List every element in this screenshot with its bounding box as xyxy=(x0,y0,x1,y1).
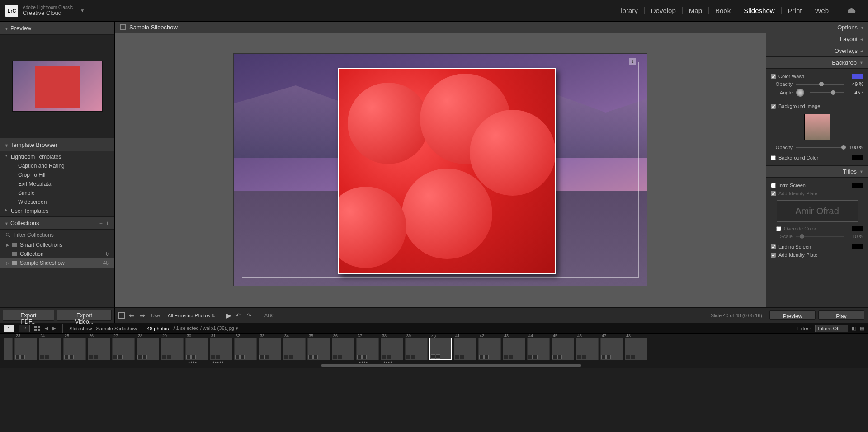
rotate-cw-icon[interactable]: ↷ xyxy=(245,311,253,319)
cloud-sync-icon[interactable] xyxy=(841,8,863,14)
bg-image-thumbnail[interactable] xyxy=(804,114,830,140)
bg-opacity-value[interactable]: 100 % xyxy=(847,145,863,150)
nav-forward-icon[interactable]: ▶ xyxy=(52,325,56,331)
angle-value[interactable]: 45 ° xyxy=(847,90,863,95)
abc-text-tool[interactable]: ABC xyxy=(264,313,275,318)
add-identity-checkbox-2[interactable] xyxy=(771,253,776,258)
filmstrip-thumb[interactable]: 23 xyxy=(14,338,37,360)
filmstrip-thumb[interactable]: 24 xyxy=(39,338,61,360)
filmstrip-thumb[interactable]: 48 xyxy=(625,338,647,360)
module-book[interactable]: Book xyxy=(709,7,737,14)
intro-screen-row[interactable]: Intro Screen xyxy=(771,181,863,189)
filmstrip-toggle-icon[interactable]: ▤ xyxy=(860,325,864,331)
filmstrip[interactable]: 2324252627282930★★★★31★★★★★323334353637★… xyxy=(0,333,868,363)
intro-color-swatch[interactable] xyxy=(852,183,863,188)
filmstrip-thumb[interactable]: 39 xyxy=(405,338,428,360)
grid-view-icon[interactable] xyxy=(34,326,40,331)
module-map[interactable]: Map xyxy=(683,7,709,14)
filmstrip-scrollbar[interactable] xyxy=(0,363,868,368)
bg-color-checkbox[interactable] xyxy=(771,155,776,160)
prev-slide-icon[interactable]: ⬅ xyxy=(127,311,136,319)
identity-plate[interactable]: Amir Ofrad xyxy=(777,200,858,222)
angle-slider[interactable] xyxy=(810,92,844,93)
panel-options[interactable]: Options◀ xyxy=(766,22,868,33)
filmstrip-thumb[interactable]: 47 xyxy=(600,338,623,360)
bg-opacity-slider[interactable] xyxy=(796,147,844,148)
export-pdf-button[interactable]: Export PDF... xyxy=(3,310,54,321)
filmstrip-thumb[interactable]: 36 xyxy=(332,338,354,360)
color-wash-checkbox[interactable] xyxy=(771,74,776,79)
preview-panel-header[interactable]: ▼Preview xyxy=(0,22,114,35)
collections-add-remove-icon[interactable]: − + xyxy=(99,220,110,226)
template-simple[interactable]: Simple xyxy=(0,188,114,197)
template-caption-rating[interactable]: Caption and Rating xyxy=(0,161,114,170)
play-icon[interactable]: ▶ xyxy=(226,312,231,319)
stop-icon[interactable] xyxy=(118,312,125,319)
template-browser-header[interactable]: ▼Template Browser + xyxy=(0,138,114,151)
next-slide-icon[interactable]: ➡ xyxy=(138,311,146,319)
selected-info[interactable]: / 1 selected / walp1 (36).jpg ▾ xyxy=(173,325,238,331)
filmstrip-thumb[interactable]: 31★★★★★ xyxy=(210,338,232,360)
panel-layout[interactable]: Layout◀ xyxy=(766,33,868,45)
filmstrip-thumb[interactable]: 32 xyxy=(234,338,257,360)
template-exif-metadata[interactable]: Exif Metadata xyxy=(0,179,114,188)
breadcrumb[interactable]: Slideshow : Sample Slideshow xyxy=(69,326,137,331)
bg-image-row[interactable]: Background Image xyxy=(771,102,863,110)
filmstrip-thumb[interactable]: 25 xyxy=(63,338,86,360)
nav-back-icon[interactable]: ◀ xyxy=(44,325,48,331)
brand-caret-icon[interactable]: ▼ xyxy=(80,8,85,13)
slide-main-image[interactable] xyxy=(338,68,556,274)
panel-overlays[interactable]: Overlays◀ xyxy=(766,45,868,57)
opacity-slider[interactable] xyxy=(796,84,844,85)
filmstrip-thumb[interactable]: 46 xyxy=(576,338,599,360)
module-print[interactable]: Print xyxy=(782,7,809,14)
preview-button[interactable]: Preview xyxy=(769,310,816,320)
panel-titles[interactable]: Titles▼ xyxy=(766,166,868,178)
template-group-lightroom[interactable]: ▼Lightroom Templates xyxy=(0,152,114,161)
bg-color-swatch[interactable] xyxy=(852,155,863,160)
filmstrip-thumb[interactable]: 30★★★★ xyxy=(185,338,208,360)
add-identity-row[interactable]: Add Identity Plate xyxy=(771,189,863,197)
preview-thumbnail[interactable] xyxy=(12,61,103,112)
color-wash-swatch[interactable] xyxy=(852,74,863,79)
template-crop-to-fill[interactable]: Crop To Fill xyxy=(0,170,114,179)
collection-smart[interactable]: ▶ Smart Collections xyxy=(0,240,114,249)
template-widescreen[interactable]: Widescreen xyxy=(0,197,114,207)
add-identity-row-2[interactable]: Add Identity Plate xyxy=(771,251,863,259)
add-identity-checkbox[interactable] xyxy=(771,191,776,196)
intro-screen-checkbox[interactable] xyxy=(771,183,776,188)
collection-generic[interactable]: Collection 0 xyxy=(0,249,114,258)
add-template-icon[interactable]: + xyxy=(106,141,110,148)
filmstrip-thumb[interactable]: 42 xyxy=(478,338,501,360)
template-group-user[interactable]: ▶User Templates xyxy=(0,207,114,216)
export-video-button[interactable]: Export Video... xyxy=(57,310,112,321)
filmstrip-thumb[interactable]: 40 xyxy=(429,338,452,360)
ending-color-swatch[interactable] xyxy=(852,244,863,249)
filmstrip-thumb[interactable]: 35 xyxy=(307,338,330,360)
module-develop[interactable]: Develop xyxy=(645,7,683,14)
filter-collections-input[interactable]: Filter Collections xyxy=(0,230,114,240)
scale-slider[interactable] xyxy=(796,236,844,237)
filmstrip-thumb[interactable]: 37★★★★ xyxy=(356,338,379,360)
ending-screen-checkbox[interactable] xyxy=(771,244,776,249)
filmstrip-thumb[interactable]: 44 xyxy=(527,338,550,360)
filmstrip-thumb[interactable]: 27 xyxy=(112,338,135,360)
angle-knob[interactable] xyxy=(796,89,804,97)
monitor-2-button[interactable]: 2 xyxy=(19,325,30,332)
bg-color-row[interactable]: Background Color xyxy=(771,154,863,162)
filmstrip-thumb[interactable]: 43 xyxy=(503,338,525,360)
rotate-ccw-icon[interactable]: ↶ xyxy=(234,311,242,319)
monitor-1-button[interactable]: 1 xyxy=(4,325,14,332)
scrollbar-thumb[interactable] xyxy=(321,364,581,367)
ending-screen-row[interactable]: Ending Screen xyxy=(771,243,863,251)
use-dropdown[interactable]: All Filmstrip Photos ⇅ xyxy=(166,312,217,319)
module-web[interactable]: Web xyxy=(808,7,835,14)
play-button[interactable]: Play xyxy=(818,310,864,320)
module-slideshow[interactable]: Slideshow xyxy=(737,7,781,14)
override-color-row[interactable]: Override Color xyxy=(771,225,863,233)
filmstrip-thumb[interactable] xyxy=(4,338,13,360)
collections-header[interactable]: ▼Collections − + xyxy=(0,216,114,230)
opacity-value[interactable]: 49 % xyxy=(847,81,863,87)
filter-lock-icon[interactable]: ◧ xyxy=(852,325,856,331)
filmstrip-thumb[interactable]: 45 xyxy=(552,338,574,360)
